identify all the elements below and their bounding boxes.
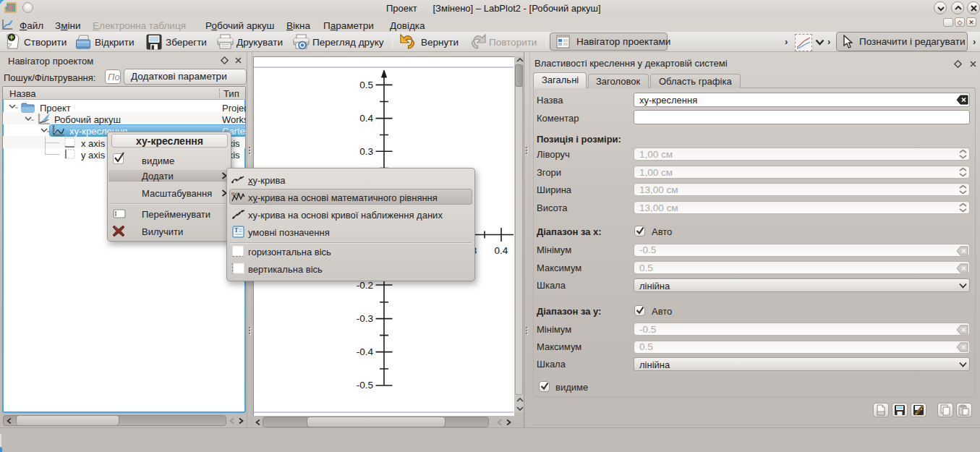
svg-text:T: T xyxy=(234,227,239,234)
svg-text:-0.5: -0.5 xyxy=(357,380,373,391)
svg-text:0.4: 0.4 xyxy=(359,113,373,124)
svg-text:0.5: 0.5 xyxy=(359,80,373,90)
svg-text:0.4: 0.4 xyxy=(495,245,508,256)
svg-text:0.3: 0.3 xyxy=(359,146,373,157)
svg-text:-0.4: -0.4 xyxy=(357,346,374,357)
svg-text:-0.3: -0.3 xyxy=(357,313,373,324)
svg-text:-0.2: -0.2 xyxy=(357,280,373,291)
